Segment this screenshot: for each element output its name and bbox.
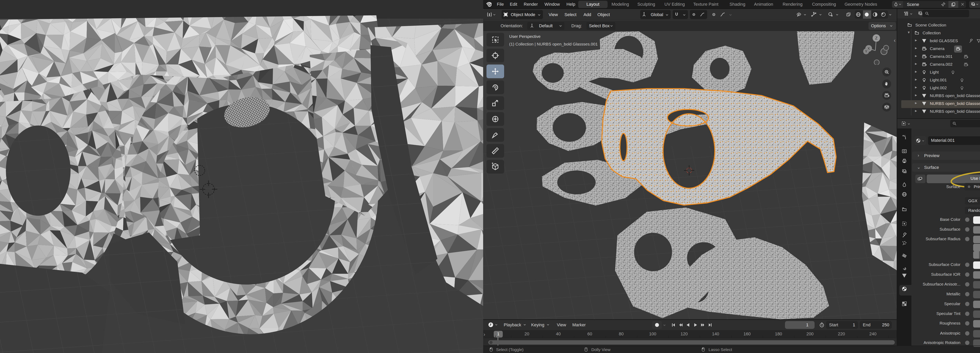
svg-text:Z: Z: [875, 36, 878, 40]
svg-text:Y: Y: [865, 50, 867, 53]
